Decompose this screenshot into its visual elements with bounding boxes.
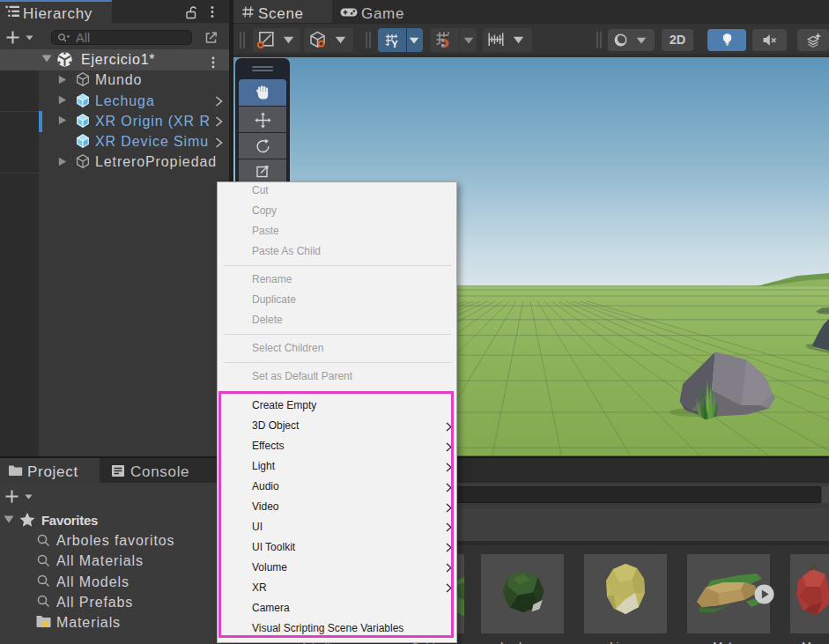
svg-text:Y: Y	[392, 39, 398, 48]
